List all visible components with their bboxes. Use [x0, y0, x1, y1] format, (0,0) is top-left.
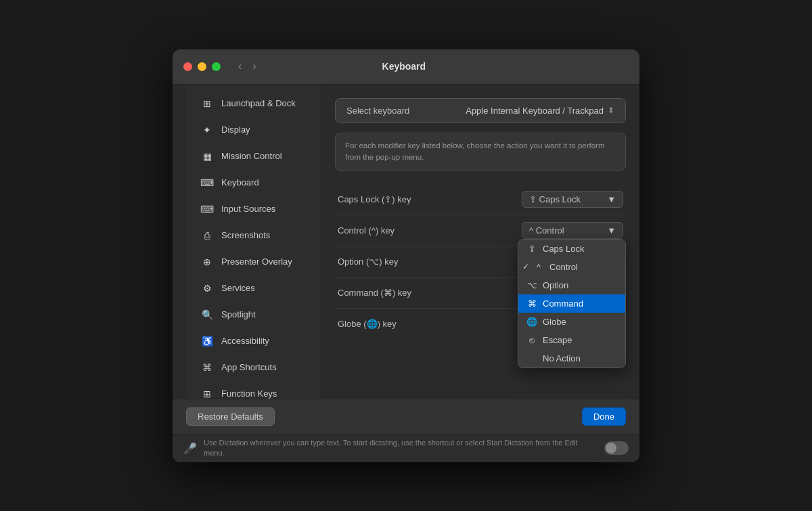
dropdown-item-escape[interactable]: ⎋ Escape [518, 331, 625, 349]
globe-label: Globe (🌐) key [338, 319, 522, 329]
display-icon: ✦ [200, 123, 215, 137]
sidebar-item-label: Mission Control [221, 151, 282, 161]
keyboard-selector[interactable]: Select keyboard Apple Internal Keyboard … [335, 98, 626, 123]
caps-lock-dropdown[interactable]: ⇪ Caps Lock ▼ [522, 191, 623, 208]
command-dropdown-popup: ⇪ Caps Lock ✓ ^ Control ⌥ Option ⌘ Comma… [518, 239, 626, 368]
left-strip [173, 85, 186, 399]
launchpad-icon: ⊞ [200, 96, 215, 111]
caps-lock-option-icon: ⇪ [526, 244, 537, 254]
dropdown-item-no-action[interactable]: No Action [518, 349, 625, 368]
sidebar-item-mission-control[interactable]: ▦ Mission Control [190, 143, 317, 169]
microphone-icon: 🎤 [183, 442, 197, 455]
sidebar-item-function-keys[interactable]: ⊞ Function Keys [190, 381, 317, 399]
option-option-icon: ⌥ [526, 280, 537, 290]
services-icon: ⚙ [200, 281, 215, 296]
sidebar-item-services[interactable]: ⚙ Services [190, 275, 317, 301]
presenter-overlay-icon: ⊕ [200, 254, 215, 269]
sidebar-item-app-shortcuts[interactable]: ⌘ App Shortcuts [190, 355, 317, 380]
sidebar-item-label: Function Keys [221, 388, 277, 399]
chevron-down-icon: ▼ [607, 194, 616, 204]
globe-option-icon: 🌐 [526, 317, 537, 327]
sidebar-item-screenshots[interactable]: ⎙ Screenshots [190, 223, 317, 248]
dropdown-item-globe[interactable]: 🌐 Globe [518, 313, 625, 331]
dictation-toggle[interactable] [604, 441, 629, 455]
sidebar-item-label: Launchpad & Dock [221, 98, 296, 108]
sidebar-item-label: Keyboard [221, 177, 259, 187]
command-label: Command (⌘) key [338, 288, 522, 298]
close-button[interactable] [183, 62, 192, 71]
dropdown-item-label: Control [549, 262, 578, 272]
dropdown-item-caps-lock[interactable]: ⇪ Caps Lock [518, 240, 625, 258]
restore-defaults-button[interactable]: Restore Defaults [186, 407, 275, 426]
dropdown-item-label: Command [543, 298, 583, 309]
footer: Restore Defaults Done [173, 399, 639, 434]
control-label: Control (^) key [338, 225, 522, 236]
window-title: Keyboard [261, 61, 547, 72]
traffic-lights [183, 62, 221, 71]
dropdown-item-command[interactable]: ⌘ Command [518, 294, 625, 313]
info-box: For each modifier key listed below, choo… [335, 133, 626, 171]
dropdown-item-option[interactable]: ⌥ Option [518, 276, 625, 294]
command-option-icon: ⌘ [526, 298, 537, 309]
info-text: For each modifier key listed below, choo… [345, 140, 616, 164]
dictation-text: Use Dictation wherever you can type text… [204, 438, 597, 459]
sidebar-item-input-sources[interactable]: ⌨ Input Sources [190, 196, 317, 222]
done-button[interactable]: Done [582, 407, 626, 426]
sidebar-item-label: Display [221, 125, 250, 135]
forward-button[interactable]: › [248, 59, 260, 74]
app-shortcuts-icon: ⌘ [200, 360, 215, 375]
dictation-bar: 🎤 Use Dictation wherever you can type te… [173, 434, 639, 462]
keyboard-icon: ⌨ [200, 175, 215, 190]
content-panel: Select keyboard Apple Internal Keyboard … [321, 85, 639, 399]
sidebar-item-launchpad[interactable]: ⊞ Launchpad & Dock [190, 91, 317, 116]
dropdown-item-label: Option [543, 280, 568, 290]
spotlight-icon: 🔍 [200, 307, 215, 322]
main-content: ⊞ Launchpad & Dock ✦ Display ▦ Mission C… [173, 85, 639, 399]
dropdown-item-label: Caps Lock [543, 244, 584, 254]
sidebar-item-keyboard[interactable]: ⌨ Keyboard [190, 170, 317, 196]
keyboard-selector-value: Apple Internal Keyboard / Trackpad ⬍ [466, 106, 614, 116]
accessibility-icon: ♿ [200, 334, 215, 349]
dropdown-item-label: Escape [543, 335, 572, 345]
screenshots-icon: ⎙ [200, 228, 215, 243]
control-option-icon: ^ [533, 262, 544, 272]
sidebar-item-presenter-overlay[interactable]: ⊕ Presenter Overlay [190, 249, 317, 275]
minimize-button[interactable] [198, 62, 206, 71]
dropdown-item-label: Globe [543, 317, 566, 327]
option-label: Option (⌥) key [338, 257, 522, 267]
sidebar-item-spotlight[interactable]: 🔍 Spotlight [190, 302, 317, 328]
sidebar-item-accessibility[interactable]: ♿ Accessibility [190, 328, 317, 354]
dropdown-item-control[interactable]: ✓ ^ Control [518, 258, 625, 276]
sidebar-item-display[interactable]: ✦ Display [190, 117, 317, 143]
sidebar-item-label: Spotlight [221, 309, 256, 319]
table-row: Caps Lock (⇪) key ⇪ Caps Lock ▼ [335, 184, 626, 215]
settings-window: ‹ › Keyboard ⊞ Launchpad & Dock ✦ Displa… [173, 49, 639, 462]
titlebar: ‹ › Keyboard [173, 49, 639, 85]
escape-option-icon: ⎋ [526, 335, 537, 345]
sidebar-item-label: Input Sources [221, 204, 275, 214]
keyboard-name: Apple Internal Keyboard / Trackpad [466, 106, 604, 116]
keyboard-selector-label: Select keyboard [346, 106, 409, 116]
sidebar-item-label: Accessibility [221, 336, 269, 346]
chevron-down-icon: ▼ [607, 225, 616, 236]
sidebar: ⊞ Launchpad & Dock ✦ Display ▦ Mission C… [186, 85, 321, 399]
sidebar-item-label: App Shortcuts [221, 362, 277, 372]
dropdown-item-label: No Action [543, 353, 581, 363]
control-dropdown[interactable]: ^ Control ▼ [522, 222, 623, 239]
mission-control-icon: ▦ [200, 149, 215, 164]
sidebar-item-label: Services [221, 283, 255, 293]
nav-arrows: ‹ › [234, 59, 261, 74]
input-sources-icon: ⌨ [200, 202, 215, 217]
stepper-icon: ⬍ [608, 106, 614, 115]
function-keys-icon: ⊞ [200, 386, 215, 399]
sidebar-item-label: Screenshots [221, 230, 270, 240]
maximize-button[interactable] [212, 62, 221, 71]
back-button[interactable]: ‹ [234, 59, 246, 74]
sidebar-item-label: Presenter Overlay [221, 257, 292, 267]
caps-lock-label: Caps Lock (⇪) key [338, 194, 522, 204]
